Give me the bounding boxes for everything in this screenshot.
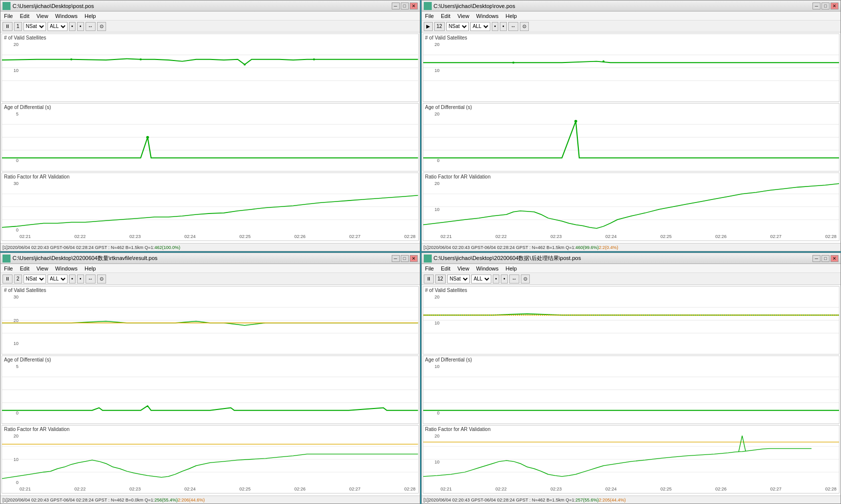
chart-title-ratio-tl: Ratio Factor for AR Validation bbox=[2, 173, 418, 180]
settings-btn-bl[interactable]: ⊙ bbox=[97, 274, 106, 284]
dot-btn-br2[interactable]: • bbox=[501, 274, 508, 284]
dot-btn-bl1[interactable]: • bbox=[69, 274, 76, 284]
maximize-btn-tl[interactable]: □ bbox=[401, 2, 409, 10]
window-top-right: C:\Users\jichao\Desktop\rove.pos ─ □ ✕ F… bbox=[421, 0, 842, 252]
menu-file-tl[interactable]: File bbox=[3, 13, 15, 19]
chart-title-age-bl: Age of Differential (s) bbox=[2, 356, 418, 364]
close-btn-tr[interactable]: ✕ bbox=[830, 2, 838, 10]
maximize-btn-bl[interactable]: □ bbox=[401, 255, 409, 262]
svg-point-22 bbox=[602, 60, 604, 62]
status-float-tr: 2:2(0.4%) bbox=[599, 245, 618, 250]
slot-btn-bl[interactable]: 2 bbox=[14, 274, 22, 284]
chart-title-sats-br: # of Valid Satellites bbox=[423, 286, 839, 294]
maximize-btn-br[interactable]: □ bbox=[821, 255, 829, 262]
menu-windows-tl[interactable]: Windows bbox=[54, 13, 79, 19]
menu-view-br[interactable]: View bbox=[456, 266, 471, 272]
menu-edit-bl[interactable]: Edit bbox=[19, 266, 31, 272]
chart-area-tl: # of Valid Satellites 2010 bbox=[1, 32, 420, 243]
menu-file-br[interactable]: File bbox=[424, 266, 436, 272]
menu-help-br[interactable]: Help bbox=[504, 266, 518, 272]
toolbar-tr: ▶ 12 NSat ALL • • ↔ ⊙ bbox=[422, 20, 841, 32]
menu-file-bl[interactable]: File bbox=[3, 266, 15, 272]
close-btn-br[interactable]: ✕ bbox=[830, 255, 838, 262]
play-btn-br[interactable]: ⏸ bbox=[424, 274, 434, 284]
chart-title-ratio-br: Ratio Factor for AR Validation bbox=[423, 426, 839, 433]
menu-view-tl[interactable]: View bbox=[35, 13, 50, 19]
arrow-btn-bl[interactable]: ↔ bbox=[86, 274, 96, 284]
minimize-btn-tl[interactable]: ─ bbox=[392, 2, 400, 10]
menu-bar-tl: File Edit View Windows Help bbox=[1, 12, 420, 20]
all-select-br[interactable]: ALL bbox=[471, 274, 491, 284]
chart-ratio-br: Ratio Factor for AR Validation 2010 bbox=[423, 425, 840, 494]
title-text-br: C:\Users\jichao\Desktop\20200604数据\后处理结果… bbox=[434, 254, 813, 262]
svg-point-26 bbox=[574, 120, 577, 122]
dot-btn-tl2[interactable]: • bbox=[77, 22, 84, 31]
chart-title-age-br: Age of Differential (s) bbox=[423, 356, 839, 364]
chart-ratio-tr: Ratio Factor for AR Validation 2010 02 bbox=[423, 172, 840, 241]
dot-btn-tr1[interactable]: • bbox=[492, 22, 499, 31]
chart-title-ratio-tr: Ratio Factor for AR Validation bbox=[423, 173, 839, 180]
dot-btn-tr2[interactable]: • bbox=[500, 22, 507, 31]
title-bar-tr: C:\Users\jichao\Desktop\rove.pos ─ □ ✕ bbox=[422, 0, 841, 12]
chart-area-br: # of Valid Satellites 2010 bbox=[422, 285, 841, 496]
slot-btn-br[interactable]: 12 bbox=[435, 274, 446, 284]
dot-btn-bl2[interactable]: • bbox=[77, 274, 84, 284]
chart-title-sats-tl: # of Valid Satellites bbox=[2, 34, 418, 42]
status-bar-br: [1]2020/06/04 02:20:43 GPST-06/04 02:28:… bbox=[422, 496, 841, 504]
sat-select-tl[interactable]: NSat bbox=[24, 22, 46, 31]
sat-select-tr[interactable]: NSat bbox=[446, 22, 469, 31]
sat-select-br[interactable]: NSat bbox=[447, 274, 470, 284]
chart-satellites-tr: # of Valid Satellites 2010 bbox=[423, 34, 840, 102]
settings-btn-tl[interactable]: ⊙ bbox=[97, 22, 106, 31]
menu-edit-br[interactable]: Edit bbox=[439, 266, 452, 272]
all-select-tr[interactable]: ALL bbox=[470, 22, 490, 31]
slot-btn-tl[interactable]: 1 bbox=[14, 22, 22, 31]
chart-satellites-bl: # of Valid Satellites 302010 bbox=[2, 286, 419, 354]
play-btn-bl[interactable]: ⏸ bbox=[3, 274, 13, 284]
menu-help-bl[interactable]: Help bbox=[83, 266, 98, 272]
minimize-btn-tr[interactable]: ─ bbox=[812, 2, 820, 10]
status-text-br: [1]2020/06/04 02:20:43 GPST-06/04 02:28:… bbox=[424, 498, 576, 502]
window-controls-tr: ─ □ ✕ bbox=[812, 2, 838, 10]
menu-windows-bl[interactable]: Windows bbox=[54, 266, 79, 272]
close-btn-bl[interactable]: ✕ bbox=[410, 255, 418, 262]
all-select-tl[interactable]: ALL bbox=[48, 22, 68, 31]
svg-point-6 bbox=[71, 58, 73, 60]
menu-windows-tr[interactable]: Windows bbox=[475, 13, 500, 19]
menu-help-tl[interactable]: Help bbox=[83, 13, 98, 19]
status-text-bl: [1]2020/06/04 02:20:43 GPST-06/04 02:28:… bbox=[3, 498, 155, 502]
menu-file-tr[interactable]: File bbox=[424, 13, 436, 19]
settings-btn-br[interactable]: ⊙ bbox=[521, 274, 530, 284]
status-fix-br: 257(55.6%) bbox=[575, 498, 599, 502]
toolbar-tl: ⏸ 1 NSat ALL • • ↔ ⊙ bbox=[1, 20, 420, 32]
maximize-btn-tr[interactable]: □ bbox=[821, 2, 829, 10]
menu-windows-br[interactable]: Windows bbox=[475, 266, 500, 272]
menu-view-bl[interactable]: View bbox=[35, 266, 50, 272]
close-btn-tl[interactable]: ✕ bbox=[410, 2, 418, 10]
status-fix-bl: 256(55.4%) bbox=[155, 498, 178, 502]
menu-view-tr[interactable]: View bbox=[456, 13, 471, 19]
app-icon-bl bbox=[3, 254, 11, 262]
menu-edit-tr[interactable]: Edit bbox=[439, 13, 452, 19]
arrow-btn-tr[interactable]: ↔ bbox=[508, 22, 518, 31]
settings-btn-tr[interactable]: ⊙ bbox=[520, 22, 529, 31]
chart-satellites-br: # of Valid Satellites 2010 bbox=[423, 286, 840, 354]
chart-age-bl: Age of Differential (s) 50 bbox=[2, 356, 419, 424]
arrow-btn-tl[interactable]: ↔ bbox=[86, 22, 96, 31]
all-select-bl[interactable]: ALL bbox=[48, 274, 68, 284]
sat-select-bl[interactable]: NSat bbox=[24, 274, 46, 284]
menu-edit-tl[interactable]: Edit bbox=[19, 13, 31, 19]
menu-help-tr[interactable]: Help bbox=[504, 13, 518, 19]
dot-btn-br1[interactable]: • bbox=[493, 274, 500, 284]
slot-btn-tr[interactable]: 12 bbox=[434, 22, 445, 31]
chart-area-bl: # of Valid Satellites 302010 bbox=[1, 285, 420, 496]
menu-bar-br: File Edit View Windows Help bbox=[422, 264, 841, 273]
toolbar-br: ⏸ 12 NSat ALL • • ↔ ⊙ bbox=[422, 273, 841, 285]
play-btn-tr[interactable]: ▶ bbox=[424, 22, 433, 31]
minimize-btn-bl[interactable]: ─ bbox=[392, 255, 400, 262]
dot-btn-tl1[interactable]: • bbox=[69, 22, 76, 31]
arrow-btn-br[interactable]: ↔ bbox=[509, 274, 519, 284]
play-btn-tl[interactable]: ⏸ bbox=[3, 22, 13, 31]
status-float-br: 2:205(44.4%) bbox=[599, 498, 626, 502]
minimize-btn-br[interactable]: ─ bbox=[812, 255, 820, 262]
